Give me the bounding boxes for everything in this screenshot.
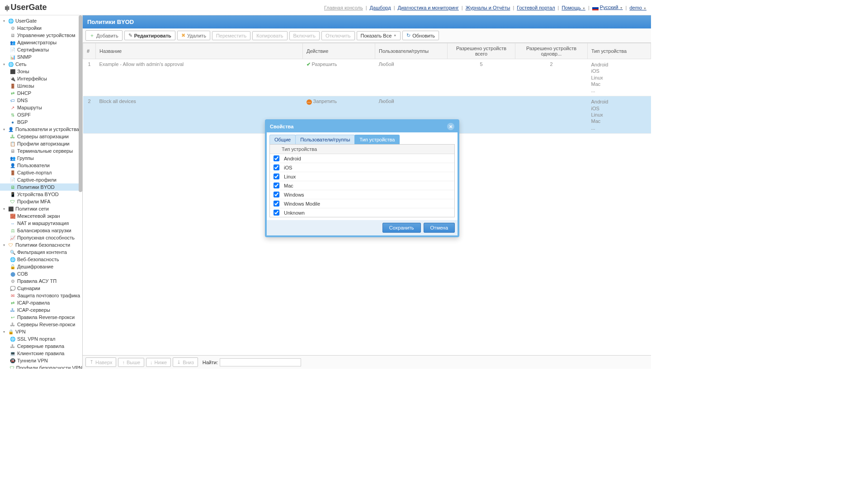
tree-node[interactable]: 🖥Политики BYOD <box>0 183 82 191</box>
tree-node[interactable]: ✉Защита почтового трафика <box>0 292 82 299</box>
device-type-row[interactable]: Mac <box>270 181 454 190</box>
tree-node[interactable]: 👥Группы <box>0 155 82 162</box>
link-dashboard[interactable]: Дашборд <box>370 5 391 10</box>
device-checkbox[interactable] <box>274 174 279 179</box>
device-type-row[interactable]: Windows <box>270 190 454 199</box>
search-input[interactable] <box>220 358 301 366</box>
tree-node[interactable]: 🖧Серверы авторизации <box>0 133 82 140</box>
device-checkbox[interactable] <box>274 164 279 170</box>
tree-node[interactable]: ↗Маршруты <box>0 104 82 111</box>
tree-node[interactable]: ●BGP <box>0 118 82 126</box>
edit-button[interactable]: ✎Редактировать <box>124 31 175 40</box>
tree-node[interactable]: ⚙Настройки <box>0 24 82 32</box>
expand-icon[interactable]: ▾ <box>2 62 6 66</box>
modal-title-bar[interactable]: Свойства ✕ <box>266 121 458 132</box>
tree-node[interactable]: 🌐SSL VPN портал <box>0 335 82 343</box>
col-num[interactable]: # <box>83 43 96 59</box>
tree-node[interactable]: 🖥Терминальные серверы <box>0 147 82 155</box>
copy-button[interactable]: Копировать <box>252 31 287 40</box>
delete-button[interactable]: ✖Удалить <box>177 31 210 40</box>
tree-node[interactable]: ▾🌐UserGate <box>0 17 82 24</box>
tree-node[interactable]: ⚖Балансировка нагрузки <box>0 227 82 234</box>
tree-node[interactable]: 📱Устройства BYOD <box>0 191 82 198</box>
tree-node[interactable]: 📄Сертификаты <box>0 46 82 53</box>
link-diagnostics[interactable]: Диагностика и мониторинг <box>398 5 459 10</box>
tree-node[interactable]: 🔌Интерфейсы <box>0 75 82 82</box>
device-type-row[interactable]: Windows Modile <box>270 199 454 208</box>
top-button[interactable]: ⤒Наверх <box>85 357 116 367</box>
device-checkbox[interactable] <box>274 183 279 188</box>
device-type-row[interactable]: Android <box>270 154 454 163</box>
tree-node[interactable]: ⚙Правила АСУ ТП <box>0 277 82 285</box>
device-checkbox[interactable] <box>274 210 279 216</box>
col-total[interactable]: Разрешено устройств всего <box>448 43 515 59</box>
tree-node[interactable]: 🚪Captive-портал <box>0 169 82 176</box>
device-type-row[interactable]: Linux <box>270 172 454 181</box>
expand-icon[interactable]: ▾ <box>2 243 6 247</box>
show-all-button[interactable]: Показать Все ▼ <box>357 31 401 40</box>
tree-node[interactable]: 🖧Серверные правила <box>0 343 82 350</box>
col-concurrent[interactable]: Разрешено устройств одновр... <box>515 43 588 59</box>
refresh-button[interactable]: ↻Обновить <box>402 31 439 40</box>
tree-node[interactable]: 🖥Управление устройством <box>0 32 82 39</box>
expand-icon[interactable]: ▾ <box>2 330 6 334</box>
device-checkbox[interactable] <box>274 155 279 161</box>
link-logs[interactable]: Журналы и Отчёты <box>466 5 510 10</box>
link-main-console[interactable]: Главная консоль <box>324 5 363 10</box>
down-button[interactable]: ↓Ниже <box>146 358 171 367</box>
bottom-button[interactable]: ⤓Вниз <box>173 357 198 367</box>
tree-node[interactable]: ⇅OSPF <box>0 111 82 118</box>
tree-node[interactable]: ⬤СОВ <box>0 270 82 277</box>
move-button[interactable]: Переместить <box>212 31 250 40</box>
tree-node[interactable]: 📈Пропускная способность <box>0 234 82 241</box>
tree-node[interactable]: 🔍Фильтрация контента <box>0 249 82 256</box>
col-name[interactable]: Название <box>96 43 303 59</box>
tree-node[interactable]: ↔NAT и маршрутизация <box>0 220 82 227</box>
tree-node[interactable]: ▾⬛Политики сети <box>0 205 82 212</box>
tree-node[interactable]: ▾🌐Сеть <box>0 61 82 68</box>
tree-node[interactable]: 🛡Профили MFA <box>0 198 82 205</box>
expand-icon[interactable]: ▾ <box>2 19 6 23</box>
col-type[interactable]: Тип устройства <box>588 43 651 59</box>
tab-users[interactable]: Пользователи/группы <box>295 135 355 144</box>
device-checkbox[interactable] <box>274 201 279 206</box>
link-language[interactable]: Русский ▼ <box>592 5 623 10</box>
enable-button[interactable]: Включить <box>289 31 320 40</box>
link-help[interactable]: Помощь ▼ <box>561 5 585 10</box>
expand-icon[interactable]: ▾ <box>2 207 6 211</box>
tree-node[interactable]: ▾🛡Политики безопасности <box>0 241 82 249</box>
tree-node[interactable]: ▾👤Пользователи и устройства <box>0 126 82 133</box>
link-guest-portal[interactable]: Гостевой портал <box>517 5 555 10</box>
tree-node[interactable]: 💭Сценарии <box>0 285 82 292</box>
tree-node[interactable]: 📄Captive-профили <box>0 176 82 183</box>
tree-node[interactable]: 🖧ICAP-серверы <box>0 306 82 314</box>
tab-device-type[interactable]: Тип устройства <box>354 135 400 144</box>
device-type-row[interactable]: Unknown <box>270 208 454 217</box>
col-users[interactable]: Пользователи/группы <box>375 43 448 59</box>
tree-node[interactable]: 👤Пользователи <box>0 162 82 169</box>
add-button[interactable]: ＋Добавить <box>85 30 123 41</box>
tree-node[interactable]: ⇄ICAP-правила <box>0 299 82 306</box>
close-icon[interactable]: ✕ <box>447 123 454 130</box>
tree-node[interactable]: 📊SNMP <box>0 53 82 61</box>
disable-button[interactable]: Отключить <box>321 31 355 40</box>
up-button[interactable]: ↑Выше <box>118 358 144 367</box>
tab-general[interactable]: Общие <box>269 135 296 144</box>
col-action[interactable]: Действие <box>303 43 375 59</box>
tree-node[interactable]: ↩Правила Reverse-прокси <box>0 314 82 321</box>
tree-node[interactable]: 🚪Шлюзы <box>0 82 82 89</box>
device-checkbox[interactable] <box>274 192 279 197</box>
link-user[interactable]: demo ▼ <box>629 5 646 10</box>
tree-node[interactable]: ▾🔒VPN <box>0 328 82 335</box>
tree-node[interactable]: ⬛Зоны <box>0 68 82 75</box>
tree-node[interactable]: 📋Профили авторизации <box>0 140 82 147</box>
save-button[interactable]: Сохранить <box>382 223 421 233</box>
tree-node[interactable]: 🛡Профили безопасности VPN <box>0 364 82 369</box>
tree-node[interactable]: 🧱Межсетевой экран <box>0 212 82 220</box>
device-type-row[interactable]: iOS <box>270 163 454 172</box>
tree-node[interactable]: 💻Клиентские правила <box>0 350 82 357</box>
tree-node[interactable]: 👥Администраторы <box>0 39 82 46</box>
table-row[interactable]: 1Example - Allow with admin's approval✔ … <box>83 59 651 96</box>
tree-node[interactable]: 🚇Туннели VPN <box>0 357 82 364</box>
tree-node[interactable]: 🖧Серверы Reverse-прокси <box>0 321 82 328</box>
